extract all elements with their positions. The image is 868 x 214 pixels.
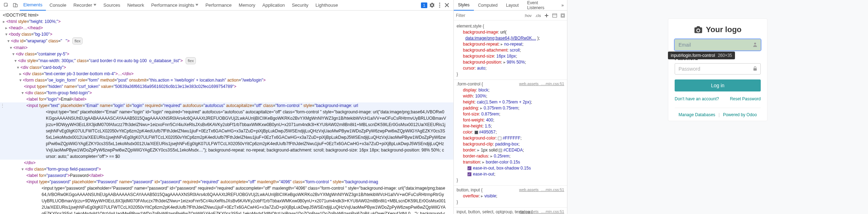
gear-icon[interactable] bbox=[429, 2, 435, 8]
tab-memory[interactable]: Memory bbox=[235, 0, 259, 11]
password-node-detail[interactable]: <input type="password" placeholder="Pass… bbox=[0, 185, 453, 214]
user-icon bbox=[752, 42, 758, 47]
svg-point-3 bbox=[439, 2, 440, 4]
login-button[interactable]: Log in bbox=[675, 79, 761, 91]
password-field[interactable]: Password bbox=[675, 63, 761, 75]
no-account-link[interactable]: Don't have an account? bbox=[675, 96, 719, 101]
hov-toggle[interactable]: :hov bbox=[524, 13, 532, 18]
tooltip-dims: 260×35 bbox=[718, 53, 732, 58]
rule-element-style[interactable]: element.style { background-image: url( d… bbox=[454, 22, 567, 80]
app-preview: Your logo input#login.form-control 260×3… bbox=[567, 0, 868, 214]
kebab-icon[interactable] bbox=[439, 2, 440, 8]
svg-rect-10 bbox=[753, 68, 757, 71]
powered-by-link[interactable]: Powered by Odoo bbox=[723, 112, 757, 117]
tab-console[interactable]: Console bbox=[46, 0, 70, 11]
styles-filter-input[interactable] bbox=[456, 13, 521, 18]
styles-rules[interactable]: element.style { background-image: url( d… bbox=[454, 20, 567, 214]
camera-icon bbox=[694, 26, 703, 34]
lock-icon bbox=[752, 66, 758, 71]
new-rule-icon[interactable] bbox=[544, 13, 549, 18]
devtools-elements-pane: Elements Console Recorder Sources Networ… bbox=[0, 0, 454, 214]
svg-point-5 bbox=[439, 6, 440, 7]
tooltip-label: input#login.form-control bbox=[671, 53, 715, 58]
styles-tabbar: Styles Computed Layout Event Listeners » bbox=[454, 0, 567, 11]
source-link[interactable]: web.assets_….min.css:51 bbox=[519, 81, 564, 87]
computed-toggle-icon[interactable] bbox=[552, 13, 557, 18]
cls-toggle[interactable]: .cls bbox=[535, 13, 541, 18]
tab-network[interactable]: Network bbox=[124, 0, 148, 11]
tab-event-listeners[interactable]: Event Listeners bbox=[523, 0, 558, 11]
rule-button-input[interactable]: web.assets_….min.css:51 button, input { … bbox=[454, 186, 567, 208]
tab-security[interactable]: Security bbox=[288, 0, 312, 11]
styles-toolbar: :hov .cls bbox=[454, 11, 567, 20]
svg-rect-8 bbox=[562, 14, 564, 17]
tab-perf-insights[interactable]: Performance insights bbox=[147, 0, 202, 11]
svg-rect-6 bbox=[553, 14, 557, 17]
rule-form-control[interactable]: web.assets_….min.css:51 .form-control { … bbox=[454, 80, 567, 186]
svg-point-4 bbox=[439, 5, 440, 6]
reset-password-link[interactable]: Reset Password bbox=[730, 96, 761, 101]
device-toggle-icon[interactable] bbox=[11, 1, 20, 10]
more-tabs-icon[interactable]: » bbox=[558, 3, 567, 8]
selected-node-detail[interactable]: <input type="text" placeholder="Email" n… bbox=[0, 109, 453, 160]
email-field[interactable]: Email bbox=[675, 39, 761, 50]
tab-application[interactable]: Application bbox=[259, 0, 289, 11]
login-card: Your logo input#login.form-control 260×3… bbox=[668, 18, 767, 121]
svg-rect-2 bbox=[15, 4, 17, 7]
svg-point-9 bbox=[754, 43, 756, 44]
devtools-styles-pane: Styles Computed Layout Event Listeners »… bbox=[454, 0, 567, 214]
inspect-icon[interactable] bbox=[1, 1, 11, 10]
tab-styles[interactable]: Styles bbox=[454, 0, 474, 11]
logo-text: Your logo bbox=[706, 25, 741, 34]
tab-recorder[interactable]: Recorder bbox=[70, 0, 100, 11]
tab-performance[interactable]: Performance bbox=[202, 0, 235, 11]
dom-tree[interactable]: <!DOCTYPE html> ▸<html style="height: 10… bbox=[0, 11, 453, 214]
issues-badge[interactable]: 1 bbox=[421, 2, 427, 8]
tab-sources[interactable]: Sources bbox=[100, 0, 124, 11]
source-link[interactable]: web.assets_….min.css:51 bbox=[519, 187, 564, 193]
source-link[interactable]: web.assets_….min.css:51 bbox=[519, 209, 564, 214]
rule-ibs[interactable]: web.assets_….min.css:51 input, button, s… bbox=[454, 208, 567, 214]
box-model-icon[interactable] bbox=[561, 13, 565, 18]
inspect-tooltip: input#login.form-control 260×35 bbox=[668, 52, 735, 59]
tab-elements[interactable]: Elements bbox=[20, 0, 46, 11]
tab-computed[interactable]: Computed bbox=[474, 0, 502, 11]
tab-lighthouse[interactable]: Lighthouse bbox=[312, 0, 342, 11]
close-icon[interactable] bbox=[445, 3, 449, 7]
devtools-main-tabbar: Elements Console Recorder Sources Networ… bbox=[0, 0, 453, 11]
tab-layout[interactable]: Layout bbox=[502, 0, 523, 11]
logo: Your logo bbox=[675, 25, 761, 34]
manage-db-link[interactable]: Manage Databases bbox=[679, 112, 715, 117]
